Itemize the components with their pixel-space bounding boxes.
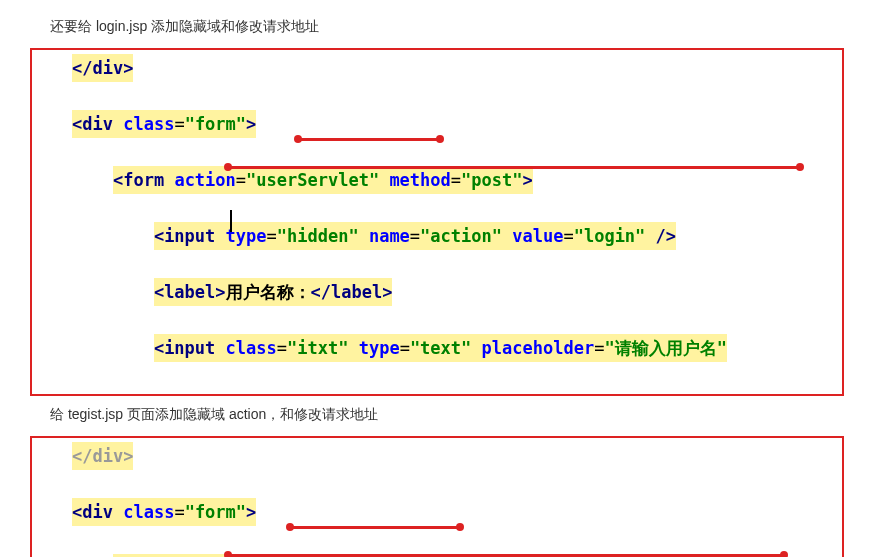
text-cursor — [230, 210, 232, 232]
underline-dot — [294, 135, 302, 143]
underline-2 — [228, 166, 798, 169]
underline-dot — [286, 523, 294, 531]
underline-1 — [298, 138, 438, 141]
code-content-1: </div> <div class="form"> <form action="… — [32, 54, 842, 390]
underline-dot — [224, 163, 232, 171]
code-block-2: </div> <div class="form"> <form action="… — [30, 436, 844, 557]
underline-3 — [290, 526, 458, 529]
tag-close-div: </div> — [72, 58, 133, 78]
underline-dot — [796, 163, 804, 171]
underline-dot — [456, 523, 464, 531]
code-content-2: </div> <div class="form"> <form action="… — [32, 442, 842, 557]
description-1: 还要给 login.jsp 添加隐藏域和修改请求地址 — [50, 18, 844, 36]
underline-dot — [436, 135, 444, 143]
tag-close-div-faint: </div> — [72, 446, 133, 466]
code-block-1: </div> <div class="form"> <form action="… — [30, 48, 844, 396]
underline-dot — [224, 551, 232, 557]
underline-dot — [780, 551, 788, 557]
description-2: 给 tegist.jsp 页面添加隐藏域 action，和修改请求地址 — [50, 406, 844, 424]
